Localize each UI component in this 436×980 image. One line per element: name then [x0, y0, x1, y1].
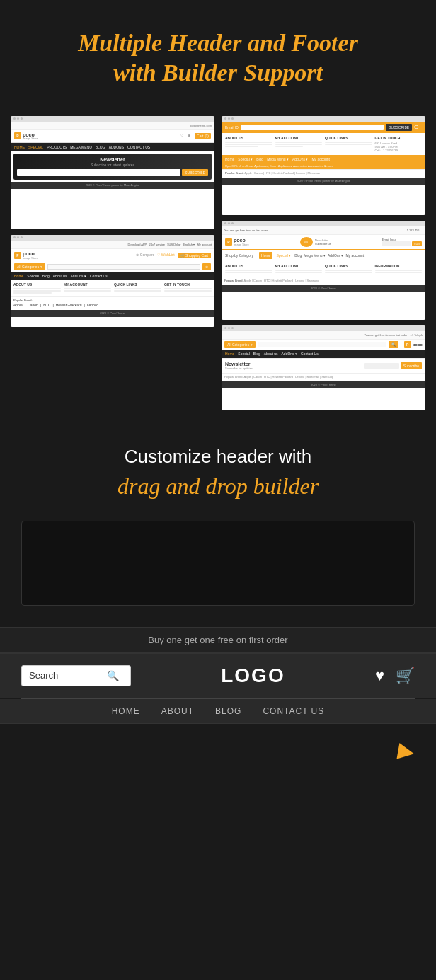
demo-header-section: 🔍 LOGO ♥ 🛒 HOME ABOUT BLOG CONTACT US — [0, 653, 436, 724]
cart-icon[interactable]: 🛒 — [396, 667, 415, 685]
demo-header: 🔍 LOGO ♥ 🛒 — [0, 653, 436, 698]
builder-preview — [21, 521, 415, 606]
screenshots-grid: poco-theme.com P poco Image Store ♡ ⊕ Ca… — [0, 109, 436, 425]
promo-bar: Buy one get one free on first order — [0, 627, 436, 653]
nav-contact[interactable]: CONTACT US — [263, 706, 324, 716]
cursor-icon: ▶ — [396, 737, 417, 763]
screenshot-3: Email ID SUBSCRIBE G+ ABOUT US MY ACCOUN… — [222, 116, 425, 215]
search-container[interactable]: 🔍 — [21, 665, 131, 686]
screenshot-4: You can get free item on first order +1 … — [222, 221, 425, 320]
screenshot-5: You can get free item on first order +1 … — [222, 325, 425, 410]
customize-title: Customize header with — [21, 446, 415, 468]
nav-blog[interactable]: BLOG — [215, 706, 241, 716]
screenshot-1: poco-theme.com P poco Image Store ♡ ⊕ Ca… — [11, 116, 214, 229]
logo: LOGO — [221, 664, 285, 687]
hero-section: Multiple Header and Footer with Builder … — [0, 0, 436, 109]
screenshots-right-col: Email ID SUBSCRIBE G+ ABOUT US MY ACCOUN… — [222, 116, 425, 410]
nav-home[interactable]: HOME — [112, 706, 140, 716]
nav-about[interactable]: ABOUT — [161, 706, 194, 716]
screenshot-2: Download APP 24x7 service $US Dollar Eng… — [11, 235, 214, 327]
cursor-area: ▶ — [0, 724, 436, 784]
customize-section: Customize header with drag and drop buil… — [0, 425, 436, 514]
screenshots-left-col: poco-theme.com P poco Image Store ♡ ⊕ Ca… — [11, 116, 214, 410]
search-input[interactable] — [29, 670, 107, 681]
wishlist-icon[interactable]: ♥ — [375, 667, 384, 685]
customize-subtitle: drag and drop builder — [21, 473, 415, 500]
utility-bar-text: poco-theme.com — [190, 124, 212, 127]
hero-title: Multiple Header and Footer with Builder … — [21, 28, 415, 88]
header-icons: ♥ 🛒 — [375, 667, 415, 685]
poco-logo-mini: P poco Image Store — [14, 132, 38, 140]
demo-nav: HOME ABOUT BLOG CONTACT US — [0, 699, 436, 724]
search-icon[interactable]: 🔍 — [107, 670, 119, 681]
